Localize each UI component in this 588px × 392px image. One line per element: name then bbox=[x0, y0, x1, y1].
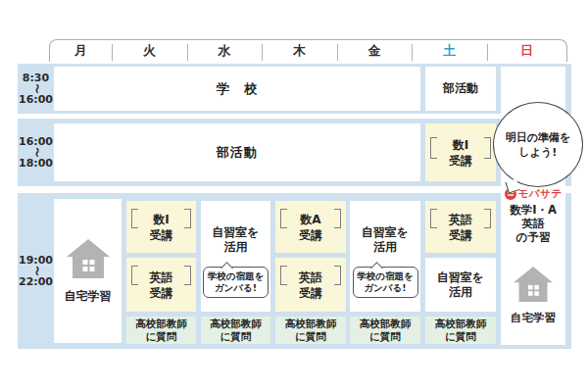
course-action: 受講 bbox=[299, 227, 322, 243]
bracket-left-decoration bbox=[131, 266, 138, 285]
cell-course-sat-english: 英語 受講 bbox=[425, 201, 496, 253]
cell-ask-teacher-thu: 高校部教師 に質問 bbox=[275, 317, 346, 344]
time-start: 16:00 bbox=[19, 135, 53, 148]
course-subject: 英語 bbox=[449, 212, 472, 227]
ask-teacher-line2: に質問 bbox=[146, 330, 177, 343]
course-action: 受講 bbox=[150, 285, 173, 301]
note-line2: ガンバる! bbox=[215, 282, 257, 293]
self-study-line1: 自習室を bbox=[437, 270, 484, 285]
ask-teacher-line2: に質問 bbox=[220, 330, 252, 343]
note-line1: 学校の宿題を bbox=[357, 270, 413, 281]
bracket-right-decoration bbox=[334, 209, 341, 228]
club-label: 部活動 bbox=[217, 144, 258, 162]
home-study-label: 自宅学習 bbox=[501, 311, 565, 325]
time-end: 18:00 bbox=[19, 157, 53, 170]
ask-teacher-line1: 高校部教師 bbox=[135, 318, 187, 330]
bubble-line2: しよう! bbox=[519, 145, 558, 160]
course-subject: 英語 bbox=[299, 270, 322, 285]
ask-teacher-line1: 高校部教師 bbox=[210, 318, 262, 330]
cell-club-sat-morning: 部活動 bbox=[425, 67, 496, 111]
plan-line2: 英語 bbox=[522, 217, 545, 230]
bracket-left-decoration bbox=[280, 209, 287, 228]
home-study-label: 自宅学習 bbox=[65, 288, 112, 305]
ask-teacher-line1: 高校部教師 bbox=[285, 318, 337, 330]
sunday-plan-text: 数学I・A 英語 の予習 bbox=[501, 203, 565, 244]
note-line2: ガンバる! bbox=[364, 282, 406, 293]
cell-ask-teacher-tue: 高校部教師 に質問 bbox=[126, 317, 196, 344]
cell-ask-teacher-fri: 高校部教師 に質問 bbox=[350, 317, 420, 344]
cell-course-thu-math: 数A 受講 bbox=[275, 201, 346, 253]
time-separator: 〜 bbox=[31, 148, 40, 158]
homework-note-bubble: 学校の宿題を ガンバる! bbox=[353, 267, 418, 298]
day-header-thu: 木 bbox=[262, 40, 337, 62]
bracket-right-decoration bbox=[184, 209, 191, 228]
course-subject: 数I bbox=[453, 137, 468, 153]
school-label: 学 校 bbox=[217, 80, 258, 98]
self-study-line1: 自習室を bbox=[212, 225, 259, 240]
day-header-mon: 月 bbox=[50, 40, 112, 62]
bracket-right-decoration bbox=[184, 266, 191, 285]
ask-teacher-line2: に質問 bbox=[445, 330, 476, 343]
cell-ask-teacher-sat: 高校部教師 に質問 bbox=[425, 317, 496, 344]
ask-teacher-line1: 高校部教師 bbox=[360, 318, 412, 330]
cell-school-mon-fri: 学 校 bbox=[54, 67, 420, 111]
day-header-fri: 金 bbox=[337, 40, 412, 62]
home-icon bbox=[501, 266, 565, 303]
ask-teacher-line2: に質問 bbox=[295, 330, 326, 343]
course-subject: 数A bbox=[300, 212, 320, 227]
bubble-line1: 明日の準備を bbox=[506, 130, 571, 145]
tomorrow-prep-speech-bubble: 明日の準備を しよう! bbox=[493, 102, 583, 187]
cell-course-tue-math: 数I 受講 bbox=[126, 201, 196, 253]
time-start: 19:00 bbox=[19, 254, 53, 267]
note-line1: 学校の宿題を bbox=[208, 270, 264, 281]
club-label: 部活動 bbox=[443, 80, 478, 97]
course-action: 受講 bbox=[449, 227, 472, 243]
self-study-line2: 活用 bbox=[449, 285, 472, 300]
time-label-evening: 16:00 〜 18:00 bbox=[18, 119, 54, 186]
self-study-line1: 自習室を bbox=[362, 225, 409, 240]
cell-club-mon-fri: 部活動 bbox=[54, 123, 420, 181]
weekly-study-schedule: 月 火 水 木 金 土 日 8:30 〜 16:00 16:00 〜 18:00… bbox=[0, 0, 588, 392]
bracket-left-decoration bbox=[430, 209, 437, 228]
day-header-row: 月 火 水 木 金 土 日 bbox=[49, 39, 567, 62]
time-label-morning: 8:30 〜 16:00 bbox=[18, 64, 54, 114]
self-study-line2: 活用 bbox=[224, 240, 248, 255]
ask-teacher-line1: 高校部教師 bbox=[435, 318, 487, 330]
time-separator: 〜 bbox=[31, 84, 40, 94]
day-header-sun: 日 bbox=[487, 40, 566, 62]
mobasate-logo-text: モバサテ bbox=[518, 187, 563, 201]
cell-self-study-wed: 自習室を 活用 学校の宿題を ガンバる! bbox=[201, 201, 270, 312]
time-end: 22:00 bbox=[19, 275, 53, 288]
ask-teacher-line2: に質問 bbox=[369, 330, 401, 343]
course-action: 受講 bbox=[299, 285, 322, 301]
course-action: 受講 bbox=[150, 227, 173, 243]
home-icon bbox=[66, 238, 111, 282]
cell-course-tue-english: 英語 受講 bbox=[126, 258, 196, 312]
bracket-left-decoration bbox=[430, 137, 437, 159]
bracket-right-decoration bbox=[484, 137, 491, 159]
day-header-tue: 火 bbox=[112, 40, 187, 62]
course-subject: 英語 bbox=[150, 270, 173, 285]
bracket-left-decoration bbox=[280, 266, 287, 285]
bracket-left-decoration bbox=[131, 209, 138, 228]
homework-note-bubble: 学校の宿題を ガンバる! bbox=[203, 267, 269, 298]
cell-course-sat-math: 数I 受講 bbox=[425, 123, 496, 181]
time-separator: 〜 bbox=[31, 267, 40, 276]
plan-line3: の予習 bbox=[516, 230, 551, 244]
day-header-sat: 土 bbox=[412, 40, 487, 62]
cell-course-thu-english: 英語 受講 bbox=[275, 258, 346, 312]
plan-line1: 数学I・A bbox=[510, 203, 557, 217]
time-start: 8:30 bbox=[23, 72, 49, 84]
bracket-right-decoration bbox=[334, 266, 341, 285]
bracket-right-decoration bbox=[484, 209, 491, 228]
cell-self-study-fri: 自習室を 活用 学校の宿題を ガンバる! bbox=[350, 201, 420, 312]
course-subject: 数I bbox=[153, 212, 169, 227]
cell-ask-teacher-wed: 高校部教師 に質問 bbox=[201, 317, 270, 344]
self-study-line2: 活用 bbox=[373, 240, 397, 255]
cell-self-study-sat: 自習室を 活用 bbox=[425, 258, 496, 312]
course-action: 受講 bbox=[449, 153, 472, 169]
day-header-wed: 水 bbox=[187, 40, 262, 62]
time-end: 16:00 bbox=[19, 93, 53, 106]
time-label-night: 19:00 〜 22:00 bbox=[18, 193, 54, 349]
cell-home-study-monday: 自宅学習 bbox=[54, 199, 122, 343]
